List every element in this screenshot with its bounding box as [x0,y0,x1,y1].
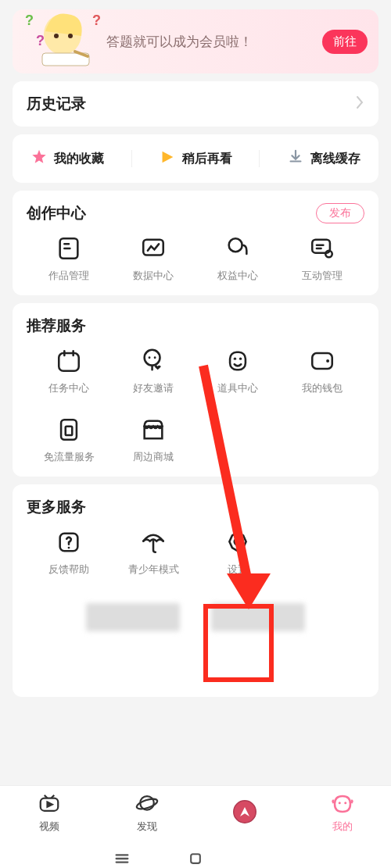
offline-cache[interactable]: 离线缓存 [287,148,361,169]
chat-heart-icon [139,347,167,375]
mask-icon [224,347,252,375]
label: 免流量服务 [44,450,95,464]
chevron-right-icon [355,95,364,113]
svg-rect-13 [59,353,79,371]
publish-button[interactable]: 发布 [316,203,364,223]
svg-point-34 [338,802,340,804]
svg-text:?: ? [92,13,101,28]
banner-go-button[interactable]: 前往 [322,30,368,54]
svg-point-1 [54,34,59,38]
nav-video[interactable]: 视频 [38,792,61,834]
shop-icon [139,416,167,444]
rights-center[interactable]: 权益中心 [196,234,280,283]
svg-point-35 [344,802,346,804]
help-icon [55,528,83,556]
compass-icon [233,800,256,826]
svg-point-16 [154,356,156,359]
bottom-nav: 视频 发现 我的 [0,785,391,840]
label: 权益中心 [217,269,258,283]
label: 好友邀请 [133,381,174,395]
obscured-content [27,603,364,631]
offline-label: 离线缓存 [310,151,361,167]
nav-center[interactable] [233,800,256,826]
label: 互动管理 [302,269,343,283]
face-icon [331,792,354,818]
svg-point-21 [326,359,329,363]
label: 反馈帮助 [48,563,89,577]
svg-point-19 [239,357,242,359]
label: 周边商城 [133,450,174,464]
free-data[interactable]: 免流量服务 [27,416,111,464]
download-icon [287,148,304,169]
svg-point-18 [234,357,236,359]
nav-label: 视频 [39,820,59,834]
nav-discover[interactable]: 发现 [135,792,159,834]
svg-point-10 [229,238,242,252]
calendar-icon [55,347,83,375]
svg-text:?: ? [25,13,34,28]
list-icon [55,234,83,263]
svg-rect-22 [61,420,77,440]
creator-title: 创作中心 [27,203,86,223]
props-center[interactable]: 道具中心 [196,347,280,395]
divider [131,150,132,167]
play-icon [159,148,176,169]
history-title: 历史记录 [27,94,86,114]
more-card: 更多服务 反馈帮助 青少年模式 设置 [13,484,378,697]
invite-friends[interactable]: 好友邀请 [111,347,196,395]
banner-text: 答题就可以成为会员啦！ [106,33,322,51]
feedback-help[interactable]: 反馈帮助 [27,528,111,577]
svg-point-14 [145,350,160,366]
video-icon [38,792,61,818]
recommend-card: 推荐服务 任务中心 好友邀请 道具中心 我的钱包 [13,303,378,477]
my-favorites[interactable]: 我的收藏 [30,148,104,169]
divider [259,150,260,167]
svg-point-2 [68,34,73,38]
settings[interactable]: 设置 [196,528,280,577]
teen-mode[interactable]: 青少年模式 [111,528,196,577]
more-title: 更多服务 [27,497,86,517]
interact-manage[interactable]: 互动管理 [280,234,364,283]
watch-later[interactable]: 稍后再看 [159,148,232,169]
home-button[interactable] [186,849,205,868]
merch-store[interactable]: 周边商城 [111,416,196,464]
my-wallet[interactable]: 我的钱包 [280,347,364,395]
member-banner[interactable]: ? ? ? 答题就可以成为会员啦！ 前往 [13,9,378,73]
creator-center-card: 创作中心 发布 作品管理 数据中心 权益中心 互动管理 [13,191,378,295]
fav-label: 我的收藏 [54,151,104,167]
label: 作品管理 [48,269,89,283]
chart-icon [139,234,167,263]
wallet-icon [308,347,336,375]
chat-gear-icon [308,234,336,263]
nav-label: 我的 [332,820,353,834]
android-nav-bar [0,840,391,868]
label: 青少年模式 [128,563,179,577]
history-row[interactable]: 历史记录 [13,81,378,127]
nav-mine[interactable]: 我的 [331,792,354,834]
planet-icon [135,792,159,818]
star-icon [30,148,48,169]
svg-rect-17 [230,352,246,370]
nav-label: 发现 [137,820,157,834]
works-manage[interactable]: 作品管理 [27,234,111,283]
gear-icon [224,528,252,556]
later-label: 稍后再看 [182,151,232,167]
label: 设置 [228,563,248,577]
label: 任务中心 [48,381,89,395]
umbrella-icon [139,528,167,556]
label: 我的钱包 [302,381,343,395]
svg-point-15 [149,356,151,359]
data-center[interactable]: 数据中心 [111,234,196,283]
recent-apps-button[interactable] [113,849,131,868]
svg-point-31 [135,797,158,811]
task-center[interactable]: 任务中心 [27,347,111,395]
recommend-title: 推荐服务 [27,316,86,336]
banner-illustration: ? ? ? [20,9,106,73]
sim-icon [55,416,83,444]
svg-point-26 [235,538,242,545]
svg-point-25 [68,547,70,549]
svg-rect-23 [66,427,73,435]
label: 数据中心 [133,269,174,283]
svg-rect-36 [191,854,200,863]
medal-icon [224,234,252,263]
